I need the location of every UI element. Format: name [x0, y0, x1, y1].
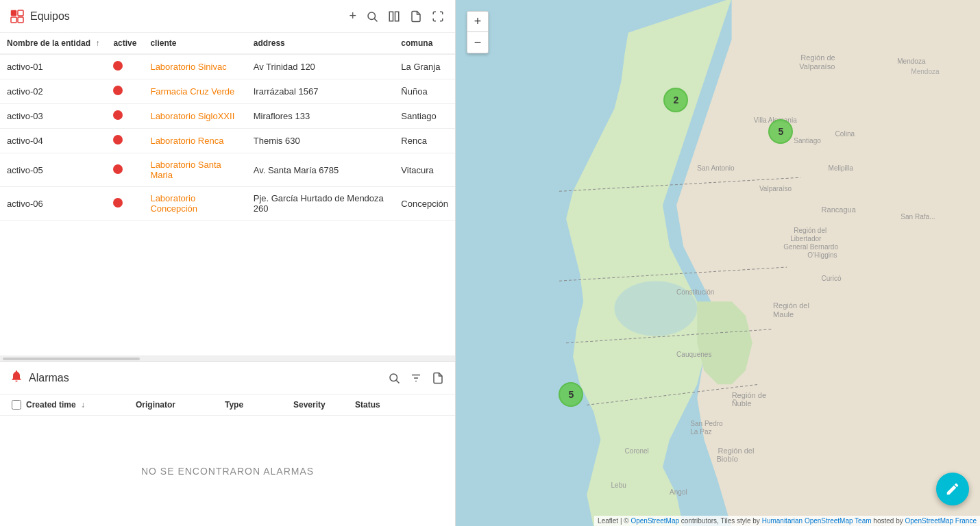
equipos-logo-icon — [10, 9, 25, 24]
col-severity[interactable]: Severity — [293, 400, 355, 410]
left-panel: Equipos + — [0, 0, 456, 526]
svg-text:San Antonio: San Antonio — [697, 164, 735, 172]
svg-rect-1 — [18, 10, 23, 16]
col-active[interactable]: active — [106, 33, 143, 54]
hot-link[interactable]: Humanitarian OpenStreetMap Team — [762, 517, 872, 525]
search-button[interactable] — [365, 9, 380, 24]
col-status[interactable]: Status — [355, 400, 448, 410]
svg-text:Constitución: Constitución — [676, 288, 714, 296]
col-comuna[interactable]: comuna — [394, 33, 455, 54]
alarmas-header: Alarmas — [0, 362, 455, 394]
svg-text:Colina: Colina — [835, 130, 855, 138]
cell-comuna: Concepción — [394, 187, 455, 221]
cell-cliente[interactable]: Laboratorio Concepción — [143, 187, 246, 221]
cell-address: Av. Santa María 6785 — [247, 153, 395, 187]
zoom-out-button[interactable]: − — [467, 32, 488, 53]
equipos-table-container[interactable]: Nombre de la entidad ↑ active cliente ad… — [0, 33, 455, 355]
svg-line-9 — [396, 380, 399, 383]
sort-down-icon: ↓ — [81, 400, 85, 410]
table-row[interactable]: activo-02Farmacia Cruz VerdeIrarrázabal … — [0, 79, 455, 104]
fab-edit-button[interactable] — [936, 473, 969, 505]
cell-comuna: Vitacura — [394, 153, 455, 187]
svg-text:O'Higgins: O'Higgins — [807, 251, 837, 259]
table-row[interactable]: activo-03Laboratorio SigloXXIIMiraflores… — [0, 104, 455, 129]
alarmas-export-button[interactable] — [430, 371, 445, 386]
svg-point-4 — [368, 12, 376, 20]
cell-cliente[interactable]: Farmacia Cruz Verde — [143, 79, 246, 104]
equipos-title: Equipos — [30, 10, 347, 23]
fullscreen-button[interactable] — [430, 9, 445, 24]
svg-rect-7 — [395, 12, 399, 21]
svg-text:Región del: Región del — [794, 227, 826, 234]
alarmas-filter-button[interactable] — [408, 371, 424, 386]
col-nombre[interactable]: Nombre de la entidad ↑ — [0, 33, 106, 54]
equipos-actions: + — [347, 8, 445, 25]
svg-text:Angol: Angol — [670, 488, 687, 496]
svg-text:Mendoza: Mendoza — [897, 58, 926, 65]
cell-address: Av Trinidad 120 — [247, 54, 395, 79]
cluster-marker-3[interactable]: 5 — [559, 382, 583, 407]
svg-text:Región de: Región de — [732, 391, 766, 399]
select-all-checkbox-container[interactable] — [7, 400, 26, 410]
col-type[interactable]: Type — [225, 400, 293, 410]
cell-cliente[interactable]: Laboratorio Renca — [143, 129, 246, 153]
cell-comuna: Ñuñoa — [394, 79, 455, 104]
cluster-marker-1[interactable]: 2 — [663, 88, 688, 112]
svg-text:San Pedro: San Pedro — [690, 420, 723, 427]
svg-text:Región de: Región de — [800, 53, 835, 62]
sort-up-icon: ↑ — [95, 38, 99, 48]
svg-rect-0 — [11, 10, 16, 16]
alarmas-search-button[interactable] — [387, 371, 402, 386]
cell-address: Pje. García Hurtado de Mendoza 260 — [247, 187, 395, 221]
scrollbar-thumb — [3, 358, 140, 360]
col-originator[interactable]: Originator — [136, 400, 225, 410]
svg-text:Región del: Región del — [718, 447, 755, 455]
zoom-in-button[interactable]: + — [467, 12, 488, 32]
map-container[interactable]: Región de Valparaíso Santiago Valparaíso… — [456, 0, 980, 526]
status-dot — [113, 198, 123, 208]
equipos-header: Equipos + — [0, 0, 455, 33]
columns-button[interactable] — [387, 9, 402, 24]
table-row[interactable]: activo-01Laboratorio SinivacAv Trinidad … — [0, 54, 455, 79]
svg-text:San Rafa...: San Rafa... — [901, 213, 935, 221]
cluster-marker-2[interactable]: 5 — [768, 119, 793, 144]
cell-nombre: activo-06 — [0, 187, 106, 221]
cell-cliente[interactable]: Laboratorio SigloXXII — [143, 104, 246, 129]
svg-text:Región del: Región del — [773, 301, 809, 310]
horizontal-scrollbar[interactable] — [0, 355, 455, 361]
svg-text:Biobío: Biobío — [716, 455, 737, 463]
cell-nombre: activo-05 — [0, 153, 106, 187]
table-row[interactable]: activo-05Laboratorio Santa MariaAv. Sant… — [0, 153, 455, 187]
osm-france-link[interactable]: OpenStreetMap France — [905, 517, 977, 525]
cell-active — [106, 129, 143, 153]
svg-text:Lebu: Lebu — [611, 481, 626, 489]
alarm-icon — [10, 369, 23, 386]
alarmas-actions — [387, 371, 445, 386]
svg-text:Rancagua: Rancagua — [821, 205, 856, 214]
cell-active — [106, 104, 143, 129]
cell-cliente[interactable]: Laboratorio Santa Maria — [143, 153, 246, 187]
cell-comuna: Santiago — [394, 104, 455, 129]
osm-link[interactable]: OpenStreetMap — [630, 517, 679, 525]
cell-nombre: activo-01 — [0, 54, 106, 79]
select-all-checkbox[interactable] — [12, 400, 21, 410]
export-button[interactable] — [408, 9, 424, 24]
svg-text:Coronel: Coronel — [625, 447, 649, 455]
svg-rect-3 — [18, 17, 23, 23]
svg-text:Valparaíso: Valparaíso — [799, 62, 835, 71]
col-address[interactable]: address — [247, 33, 395, 54]
add-button[interactable]: + — [347, 8, 358, 25]
status-dot — [113, 135, 123, 145]
cell-cliente[interactable]: Laboratorio Sinivac — [143, 54, 246, 79]
svg-text:Curicó: Curicó — [821, 275, 841, 282]
svg-text:La Paz: La Paz — [690, 428, 711, 436]
col-created-time[interactable]: Created time ↓ — [26, 400, 136, 410]
col-cliente[interactable]: cliente — [143, 33, 246, 54]
cell-active — [106, 187, 143, 221]
table-row[interactable]: activo-06Laboratorio ConcepciónPje. Garc… — [0, 187, 455, 221]
svg-text:General Bernardo: General Bernardo — [783, 243, 838, 251]
table-row[interactable]: activo-04Laboratorio RencaThemis 630Renc… — [0, 129, 455, 153]
equipos-table: Nombre de la entidad ↑ active cliente ad… — [0, 33, 455, 221]
svg-text:Libertador: Libertador — [790, 235, 822, 242]
cell-active — [106, 54, 143, 79]
